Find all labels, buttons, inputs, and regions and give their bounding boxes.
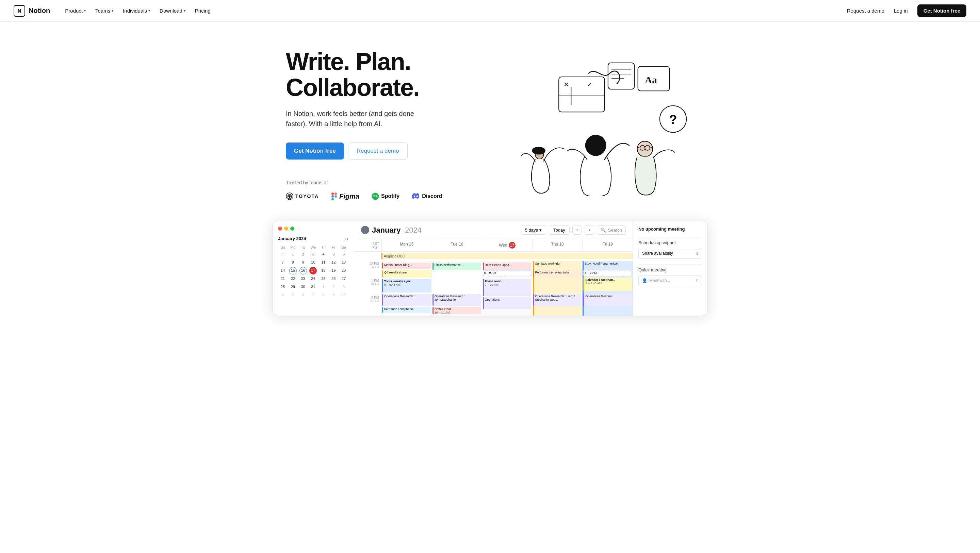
calendar-event[interactable]: Operations (483, 297, 531, 309)
app-mockup: January 2024 ‹ › Su Mo Tu We Th Fr Sa 31… (272, 221, 708, 316)
calendar-event[interactable]: Martin Luther King ... (382, 262, 431, 269)
svg-line-30 (650, 148, 652, 148)
share-availability-button[interactable]: Share availability S (638, 248, 702, 259)
mini-cal-day[interactable]: 25 (320, 275, 327, 283)
logo[interactable]: N Notion (14, 5, 50, 17)
calendar-prev-button[interactable]: ‹ (572, 225, 582, 235)
calendar-event[interactable]: Performance review talks (533, 270, 582, 278)
calendar-event[interactable]: 8 – 9 AM (583, 270, 632, 276)
meet-with-input[interactable]: 👤 Meet with... F (638, 275, 702, 286)
mini-cal-day[interactable]: 22 (289, 275, 297, 283)
mini-cal-day[interactable]: 15 (289, 267, 297, 275)
nav-teams[interactable]: Teams ▾ (91, 5, 118, 16)
mini-cal-day[interactable]: 10 (340, 291, 347, 299)
calendar-event[interactable]: Operations Research : Liam / Stephanie w… (533, 294, 582, 306)
close-window-button[interactable] (278, 227, 282, 230)
mini-cal-day[interactable]: 31 (279, 251, 286, 258)
mini-cal-day[interactable]: 23 (299, 275, 307, 283)
login-link[interactable]: Log in (890, 5, 912, 16)
mini-cal-day[interactable]: 7 (279, 259, 286, 266)
mini-cal-day[interactable]: 16 (299, 267, 307, 275)
mini-cal-today[interactable]: 17 (309, 267, 317, 275)
mini-cal-day[interactable]: 13 (340, 259, 347, 266)
mini-cal-day[interactable]: 3 (309, 251, 317, 258)
mini-cal-day[interactable]: 5 (289, 291, 297, 299)
calendar-event[interactable]: Coffee Chat 10 – 11 AM (433, 307, 481, 314)
day-col-tue: Tue 16 (432, 239, 482, 251)
maximize-window-button[interactable] (290, 227, 294, 230)
mini-cal-day[interactable]: 10 (309, 259, 317, 266)
minimize-window-button[interactable] (284, 227, 288, 230)
mini-cal-day[interactable]: 12 (330, 259, 337, 266)
mini-cal-day[interactable]: 30 (299, 283, 307, 291)
calendar-event[interactable]: Operations Research : John:Stephanie (433, 294, 481, 306)
nav-download[interactable]: Download ▾ (156, 5, 189, 16)
mini-cal-day[interactable]: 1 (289, 251, 297, 258)
calendar-event[interactable]: Fernando / Stephanie (382, 307, 431, 313)
calendar-grid-body: 12 PM9 AM 1 PM10 AM 2 PM11 AM Martin Lut… (354, 261, 633, 316)
mini-cal-day[interactable]: 7 (309, 291, 317, 299)
nav-individuals[interactable]: Individuals ▾ (119, 5, 154, 16)
mini-cal-prev-button[interactable]: ‹ (344, 236, 346, 241)
mini-cal-day[interactable]: 4 (320, 251, 327, 258)
mini-cal-day[interactable]: 2 (299, 251, 307, 258)
mini-cal-day[interactable]: 8 (320, 291, 327, 299)
mini-cal-day[interactable]: 8 (289, 259, 297, 266)
mini-cal-month-label: January 2024 (278, 236, 306, 241)
chevron-down-icon: ▾ (84, 9, 86, 13)
calendar-search[interactable]: 🔍 Search (597, 226, 626, 235)
mini-cal-day[interactable]: 20 (340, 267, 347, 275)
mini-cal-day[interactable]: 24 (309, 275, 317, 283)
hero-request-demo-button[interactable]: Request a demo (348, 143, 408, 159)
mini-cal-day[interactable]: 3 (340, 283, 347, 291)
hero-illustration-area: Aa ? ✕ ✓ (483, 49, 694, 196)
navbar: N Notion Product ▾ Teams ▾ Individuals ▾… (0, 0, 980, 22)
svg-text:✓: ✓ (587, 81, 592, 88)
nav-pricing[interactable]: Pricing (191, 5, 215, 16)
mini-cal-next-button[interactable]: › (347, 236, 348, 241)
mini-cal-day[interactable]: 9 (330, 291, 337, 299)
calendar-event[interactable]: Operations Research : (382, 294, 431, 306)
ooo-event[interactable]: Augusto OOO (382, 253, 633, 259)
spotify-icon (372, 192, 379, 200)
calendar-event[interactable]: Dept Heads Upda... (483, 262, 531, 270)
calendar-event[interactable]: Finish performance ... (433, 262, 481, 270)
mini-cal-day[interactable]: 29 (289, 283, 297, 291)
mini-cal-day[interactable]: 18 (320, 267, 327, 275)
mini-cal-day[interactable]: 28 (279, 283, 286, 291)
day-col-thu: Thu 18 (532, 239, 582, 251)
calendar-event[interactable]: Tools weekly sync 9 – 9:45 AM (382, 279, 431, 292)
toyota-icon (286, 192, 293, 200)
mini-cal-day[interactable]: 6 (340, 251, 347, 258)
svg-point-8 (334, 195, 337, 198)
mini-cal-day[interactable]: 27 (340, 275, 347, 283)
quick-meeting-label: Quick meeting (638, 267, 702, 272)
mini-cal-day[interactable]: 9 (299, 259, 307, 266)
mini-cal-day[interactable]: 14 (279, 267, 286, 275)
calendar-event[interactable]: Operations Resourc... (583, 294, 632, 306)
mini-cal-day[interactable]: 19 (330, 267, 337, 275)
mini-cal-day[interactable]: 2 (330, 283, 337, 291)
calendar-main: January 2024 5 days ▾ Today ‹ › 🔍 Search (354, 221, 633, 316)
mini-cal-day[interactable]: 21 (279, 275, 286, 283)
mini-cal-day[interactable]: 31 (309, 283, 317, 291)
mini-cal-day[interactable]: 5 (330, 251, 337, 258)
chevron-down-icon: ▾ (111, 9, 113, 13)
request-demo-link[interactable]: Request a demo (847, 8, 885, 14)
calendar-next-button[interactable]: › (585, 225, 594, 235)
calendar-event[interactable]: Salvador / Stephan... 9 – 9:45 AM (583, 278, 632, 291)
mini-cal-day[interactable]: 26 (330, 275, 337, 283)
mini-cal-day[interactable]: 4 (279, 291, 286, 299)
5-days-view-button[interactable]: 5 days ▾ (520, 226, 546, 235)
mini-cal-day[interactable]: 1 (320, 283, 327, 291)
calendar-event[interactable]: 8 – 9 AM (483, 270, 531, 276)
today-button[interactable]: Today (549, 226, 570, 235)
mini-cal-day[interactable]: 11 (320, 259, 327, 266)
nav-product[interactable]: Product ▾ (61, 5, 90, 16)
calendar-event[interactable]: Q4 results share (382, 270, 431, 278)
calendar-event[interactable]: Post-Launc... 9 – 10 AM (483, 279, 531, 296)
get-notion-free-button[interactable]: Get Notion free (917, 5, 966, 17)
calendar-event[interactable]: Santiago work trip! (533, 261, 582, 316)
hero-get-notion-free-button[interactable]: Get Notion free (286, 143, 344, 159)
mini-cal-day[interactable]: 6 (299, 291, 307, 299)
